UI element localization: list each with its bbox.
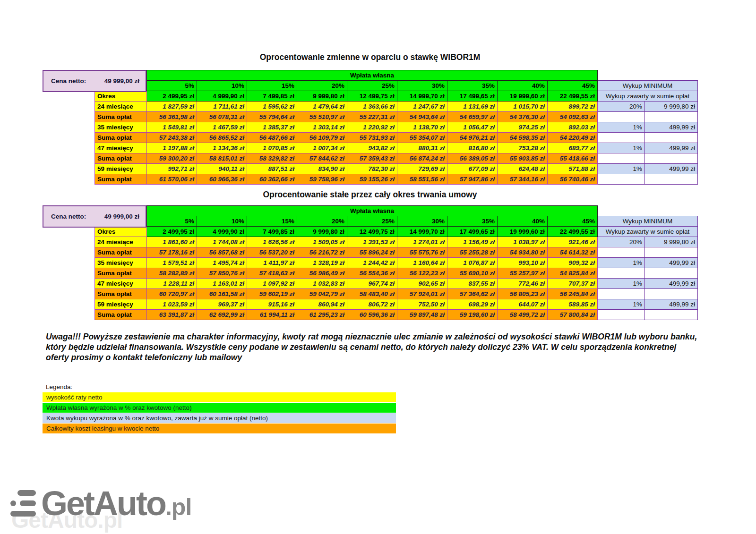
suma-value: 59 602,19 zł (247, 289, 297, 299)
rates-table: Wpłata własna5%10%15%20%25%30%35%40%45%W… (94, 70, 698, 185)
suma-value: 61 295,23 zł (297, 310, 347, 320)
rate-value: 1 711,61 zł (197, 102, 247, 112)
okres-value: 4 999,90 zł (197, 227, 247, 237)
suma-label: Suma opłat (95, 289, 147, 299)
rate-value: 1 509,05 zł (297, 237, 347, 247)
rate-value: 752,50 zł (397, 299, 447, 310)
wykup-percent: 1% (598, 122, 645, 133)
suma-value: 56 216,72 zł (297, 247, 347, 258)
suma-value: 55 731,93 zł (347, 133, 397, 143)
suma-value: 56 122,23 zł (397, 268, 447, 279)
suma-value: 60 161,58 zł (197, 289, 247, 299)
suma-value: 59 300,20 zł (147, 153, 197, 164)
suma-value: 58 282,89 zł (147, 268, 197, 279)
suma-value: 57 800,84 zł (548, 310, 598, 320)
suma-value: 57 243,38 zł (147, 133, 197, 143)
rate-value: 1 197,88 zł (147, 143, 197, 153)
suma-value: 57 850,76 zł (197, 268, 247, 279)
wykup-amount: 499,99 zł (645, 258, 698, 268)
suma-label: Suma opłat (95, 153, 147, 164)
rate-value: 1 138,70 zł (397, 122, 447, 133)
wykup-empty (645, 310, 698, 320)
suma-value: 54 598,35 zł (498, 133, 548, 143)
suma-value: 60 720,97 zł (147, 289, 197, 299)
okres-value: 9 999,80 zł (297, 91, 347, 102)
okres-label: Okres (95, 91, 147, 102)
rate-value: 806,72 zł (347, 299, 397, 310)
percent-header: 20% (297, 81, 347, 91)
suma-value: 57 359,43 zł (347, 153, 397, 164)
rate-value: 1 038,97 zł (498, 237, 548, 247)
rate-value: 698,29 zł (447, 299, 498, 310)
rate-value: 915,16 zł (247, 299, 297, 310)
wykup-empty (645, 289, 698, 299)
rate-value: 887,51 zł (247, 164, 297, 174)
suma-value: 56 874,24 zł (397, 153, 447, 164)
rate-value: 880,31 zł (397, 143, 447, 153)
rate-value: 1 244,42 zł (347, 258, 397, 268)
rate-value: 782,30 zł (347, 164, 397, 174)
suma-value: 57 418,63 zł (247, 268, 297, 279)
suma-value: 56 865,52 zł (197, 133, 247, 143)
suma-value: 54 659,97 zł (447, 112, 498, 122)
wykup-percent: 20% (598, 237, 645, 247)
rate-value: 1 467,59 zł (197, 122, 247, 133)
cena-netto-label: Cena netto: (51, 213, 86, 220)
icon-bar-middle (20, 500, 36, 506)
icon-bar-top (17, 490, 36, 496)
suma-value: 55 354,07 zł (397, 133, 447, 143)
rate-value: 816,80 zł (447, 143, 498, 153)
wykup-empty (645, 174, 698, 185)
rate-value: 1 156,49 zł (447, 237, 498, 247)
suma-value: 54 220,49 zł (548, 133, 598, 143)
legend: wysokość raty netto Wpłata własna wyrażo… (43, 392, 396, 434)
suma-value: 57 844,62 zł (297, 153, 347, 164)
percent-header: 5% (147, 81, 197, 91)
okres-value: 7 499,85 zł (247, 91, 297, 102)
wplata-wlasna-header: Wpłata własna (147, 206, 598, 216)
suma-value: 62 692,99 zł (197, 310, 247, 320)
rate-value: 1 411,97 zł (247, 258, 297, 268)
suma-value: 56 389,05 zł (447, 153, 498, 164)
suma-value: 56 361,98 zł (147, 112, 197, 122)
okres-value: 12 499,75 zł (347, 91, 397, 102)
percent-header: 30% (397, 216, 447, 227)
percent-header: 15% (247, 216, 297, 227)
okres-value: 17 499,65 zł (447, 91, 498, 102)
rate-value: 969,37 zł (197, 299, 247, 310)
suma-value: 55 418,66 zł (548, 153, 598, 164)
rate-value: 967,74 zł (347, 279, 397, 289)
rate-value: 993,10 zł (498, 258, 548, 268)
leasing-offer-sheet: Oprocentowanie zmienne w oparciu o stawk… (0, 0, 756, 534)
legend-item-koszt: Całkowity koszt leasingu w kwocie netto (43, 424, 396, 433)
suma-value: 61 570,06 zł (147, 174, 197, 185)
suma-value: 55 896,24 zł (347, 247, 397, 258)
suma-value: 56 537,20 zł (247, 247, 297, 258)
rate-value: 1 015,70 zł (498, 102, 548, 112)
percent-header: 10% (197, 216, 247, 227)
suma-value: 56 487,66 zł (247, 133, 297, 143)
rate-value: 1 163,01 zł (197, 279, 247, 289)
suma-value: 58 499,72 zł (498, 310, 548, 320)
percent-header: 15% (247, 81, 297, 91)
suma-value: 54 376,30 zł (498, 112, 548, 122)
suma-label: Suma opłat (95, 247, 147, 258)
suma-value: 60 362,66 zł (247, 174, 297, 185)
rate-value: 1 385,37 zł (247, 122, 297, 133)
rate-value: 1 134,36 zł (197, 143, 247, 153)
period-label: 24 miesiące (95, 237, 147, 247)
period-label: 59 miesięcy (95, 164, 147, 174)
suma-value: 54 092,63 zł (548, 112, 598, 122)
suma-value: 57 178,16 zł (147, 247, 197, 258)
okres-value: 4 999,90 zł (197, 91, 247, 102)
suma-value: 59 897,48 zł (397, 310, 447, 320)
rate-value: 834,90 zł (297, 164, 347, 174)
rate-value: 1 861,60 zł (147, 237, 197, 247)
rate-value: 1 007,34 zł (297, 143, 347, 153)
suma-value: 60 966,36 zł (197, 174, 247, 185)
rate-value: 1 328,19 zł (297, 258, 347, 268)
period-label: 47 miesięcy (95, 143, 147, 153)
suma-label: Suma opłat (95, 174, 147, 185)
suma-value: 58 329,82 zł (247, 153, 297, 164)
logo-text: GetAuto (41, 484, 165, 522)
